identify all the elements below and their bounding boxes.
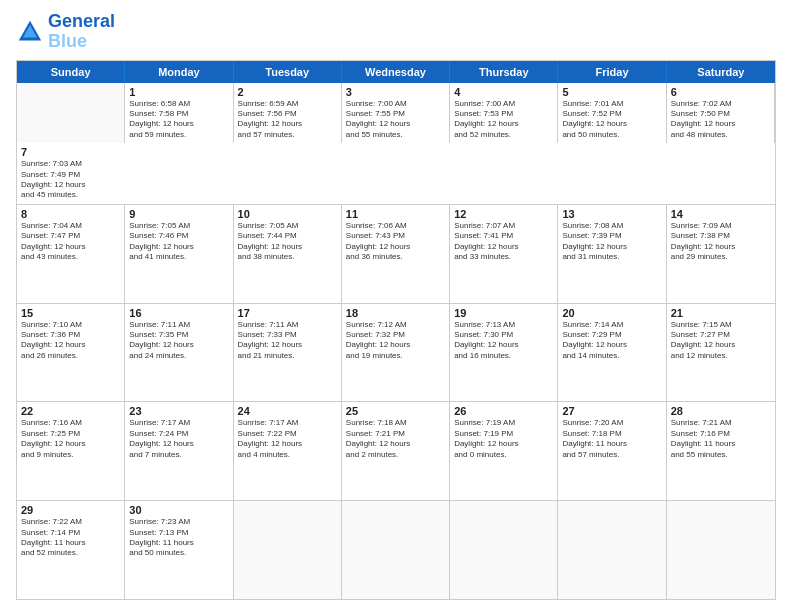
day-number: 20 [562, 307, 661, 319]
cal-cell: 10Sunrise: 7:05 AM Sunset: 7:44 PM Dayli… [234, 205, 342, 303]
header-day-saturday: Saturday [667, 61, 775, 83]
cell-info: Sunrise: 7:13 AM Sunset: 7:30 PM Dayligh… [454, 320, 553, 362]
cell-info: Sunrise: 7:23 AM Sunset: 7:13 PM Dayligh… [129, 517, 228, 559]
cal-cell: 5Sunrise: 7:01 AM Sunset: 7:52 PM Daylig… [558, 83, 666, 144]
cal-cell: 15Sunrise: 7:10 AM Sunset: 7:36 PM Dayli… [17, 304, 125, 402]
day-number: 8 [21, 208, 120, 220]
day-number: 3 [346, 86, 445, 98]
cell-info: Sunrise: 7:15 AM Sunset: 7:27 PM Dayligh… [671, 320, 771, 362]
calendar-row-1: 8Sunrise: 7:04 AM Sunset: 7:47 PM Daylig… [17, 205, 775, 304]
header-day-monday: Monday [125, 61, 233, 83]
header-day-sunday: Sunday [17, 61, 125, 83]
calendar-header: SundayMondayTuesdayWednesdayThursdayFrid… [17, 61, 775, 83]
day-number: 11 [346, 208, 445, 220]
cal-cell: 30Sunrise: 7:23 AM Sunset: 7:13 PM Dayli… [125, 501, 233, 599]
cal-cell: 17Sunrise: 7:11 AM Sunset: 7:33 PM Dayli… [234, 304, 342, 402]
cal-cell [558, 501, 666, 599]
day-number: 6 [671, 86, 770, 98]
cal-cell: 23Sunrise: 7:17 AM Sunset: 7:24 PM Dayli… [125, 402, 233, 500]
cal-cell: 28Sunrise: 7:21 AM Sunset: 7:16 PM Dayli… [667, 402, 775, 500]
calendar-row-2: 15Sunrise: 7:10 AM Sunset: 7:36 PM Dayli… [17, 304, 775, 403]
day-number: 18 [346, 307, 445, 319]
cal-cell: 6Sunrise: 7:02 AM Sunset: 7:50 PM Daylig… [667, 83, 775, 144]
cell-info: Sunrise: 7:00 AM Sunset: 7:53 PM Dayligh… [454, 99, 553, 141]
cell-info: Sunrise: 6:59 AM Sunset: 7:56 PM Dayligh… [238, 99, 337, 141]
calendar-row-3: 22Sunrise: 7:16 AM Sunset: 7:25 PM Dayli… [17, 402, 775, 501]
day-number: 30 [129, 504, 228, 516]
cell-info: Sunrise: 7:19 AM Sunset: 7:19 PM Dayligh… [454, 418, 553, 460]
day-number: 9 [129, 208, 228, 220]
calendar-row-4: 29Sunrise: 7:22 AM Sunset: 7:14 PM Dayli… [17, 501, 775, 599]
day-number: 25 [346, 405, 445, 417]
logo: GeneralBlue [16, 12, 115, 52]
cell-info: Sunrise: 7:22 AM Sunset: 7:14 PM Dayligh… [21, 517, 120, 559]
cal-cell: 27Sunrise: 7:20 AM Sunset: 7:18 PM Dayli… [558, 402, 666, 500]
day-number: 13 [562, 208, 661, 220]
cal-cell [450, 501, 558, 599]
cal-cell: 24Sunrise: 7:17 AM Sunset: 7:22 PM Dayli… [234, 402, 342, 500]
day-number: 15 [21, 307, 120, 319]
cal-cell: 2Sunrise: 6:59 AM Sunset: 7:56 PM Daylig… [234, 83, 342, 144]
day-number: 12 [454, 208, 553, 220]
cell-info: Sunrise: 7:20 AM Sunset: 7:18 PM Dayligh… [562, 418, 661, 460]
page: GeneralBlue SundayMondayTuesdayWednesday… [0, 0, 792, 612]
cell-info: Sunrise: 7:09 AM Sunset: 7:38 PM Dayligh… [671, 221, 771, 263]
day-number: 7 [21, 146, 121, 158]
day-number: 29 [21, 504, 120, 516]
day-number: 4 [454, 86, 553, 98]
day-number: 5 [562, 86, 661, 98]
cal-cell [17, 83, 125, 144]
cal-cell [342, 501, 450, 599]
cell-info: Sunrise: 7:05 AM Sunset: 7:46 PM Dayligh… [129, 221, 228, 263]
cal-cell: 12Sunrise: 7:07 AM Sunset: 7:41 PM Dayli… [450, 205, 558, 303]
cal-cell: 7Sunrise: 7:03 AM Sunset: 7:49 PM Daylig… [17, 143, 125, 204]
cell-info: Sunrise: 7:03 AM Sunset: 7:49 PM Dayligh… [21, 159, 121, 201]
cell-info: Sunrise: 7:21 AM Sunset: 7:16 PM Dayligh… [671, 418, 771, 460]
cal-cell: 9Sunrise: 7:05 AM Sunset: 7:46 PM Daylig… [125, 205, 233, 303]
cell-info: Sunrise: 7:07 AM Sunset: 7:41 PM Dayligh… [454, 221, 553, 263]
cell-info: Sunrise: 7:12 AM Sunset: 7:32 PM Dayligh… [346, 320, 445, 362]
cell-info: Sunrise: 7:14 AM Sunset: 7:29 PM Dayligh… [562, 320, 661, 362]
cell-info: Sunrise: 7:04 AM Sunset: 7:47 PM Dayligh… [21, 221, 120, 263]
day-number: 21 [671, 307, 771, 319]
header: GeneralBlue [16, 12, 776, 52]
cell-info: Sunrise: 6:58 AM Sunset: 7:58 PM Dayligh… [129, 99, 228, 141]
day-number: 16 [129, 307, 228, 319]
cell-info: Sunrise: 7:01 AM Sunset: 7:52 PM Dayligh… [562, 99, 661, 141]
cal-cell: 3Sunrise: 7:00 AM Sunset: 7:55 PM Daylig… [342, 83, 450, 144]
cal-cell: 16Sunrise: 7:11 AM Sunset: 7:35 PM Dayli… [125, 304, 233, 402]
day-number: 1 [129, 86, 228, 98]
cal-cell: 25Sunrise: 7:18 AM Sunset: 7:21 PM Dayli… [342, 402, 450, 500]
cal-cell: 4Sunrise: 7:00 AM Sunset: 7:53 PM Daylig… [450, 83, 558, 144]
header-day-thursday: Thursday [450, 61, 558, 83]
cal-cell: 18Sunrise: 7:12 AM Sunset: 7:32 PM Dayli… [342, 304, 450, 402]
cell-info: Sunrise: 7:05 AM Sunset: 7:44 PM Dayligh… [238, 221, 337, 263]
cal-cell: 11Sunrise: 7:06 AM Sunset: 7:43 PM Dayli… [342, 205, 450, 303]
cal-cell: 13Sunrise: 7:08 AM Sunset: 7:39 PM Dayli… [558, 205, 666, 303]
cell-info: Sunrise: 7:06 AM Sunset: 7:43 PM Dayligh… [346, 221, 445, 263]
cell-info: Sunrise: 7:11 AM Sunset: 7:33 PM Dayligh… [238, 320, 337, 362]
header-day-wednesday: Wednesday [342, 61, 450, 83]
cal-cell: 20Sunrise: 7:14 AM Sunset: 7:29 PM Dayli… [558, 304, 666, 402]
cell-info: Sunrise: 7:16 AM Sunset: 7:25 PM Dayligh… [21, 418, 120, 460]
cell-info: Sunrise: 7:18 AM Sunset: 7:21 PM Dayligh… [346, 418, 445, 460]
day-number: 10 [238, 208, 337, 220]
cal-cell: 22Sunrise: 7:16 AM Sunset: 7:25 PM Dayli… [17, 402, 125, 500]
day-number: 26 [454, 405, 553, 417]
header-day-friday: Friday [558, 61, 666, 83]
cal-cell: 14Sunrise: 7:09 AM Sunset: 7:38 PM Dayli… [667, 205, 775, 303]
cal-cell [234, 501, 342, 599]
logo-text: GeneralBlue [48, 12, 115, 52]
cell-info: Sunrise: 7:08 AM Sunset: 7:39 PM Dayligh… [562, 221, 661, 263]
calendar-body: 1Sunrise: 6:58 AM Sunset: 7:58 PM Daylig… [17, 83, 775, 599]
day-number: 14 [671, 208, 771, 220]
cell-info: Sunrise: 7:02 AM Sunset: 7:50 PM Dayligh… [671, 99, 770, 141]
day-number: 17 [238, 307, 337, 319]
cell-info: Sunrise: 7:11 AM Sunset: 7:35 PM Dayligh… [129, 320, 228, 362]
day-number: 22 [21, 405, 120, 417]
cell-info: Sunrise: 7:17 AM Sunset: 7:24 PM Dayligh… [129, 418, 228, 460]
cal-cell [667, 501, 775, 599]
cal-cell: 19Sunrise: 7:13 AM Sunset: 7:30 PM Dayli… [450, 304, 558, 402]
cal-cell: 29Sunrise: 7:22 AM Sunset: 7:14 PM Dayli… [17, 501, 125, 599]
day-number: 24 [238, 405, 337, 417]
